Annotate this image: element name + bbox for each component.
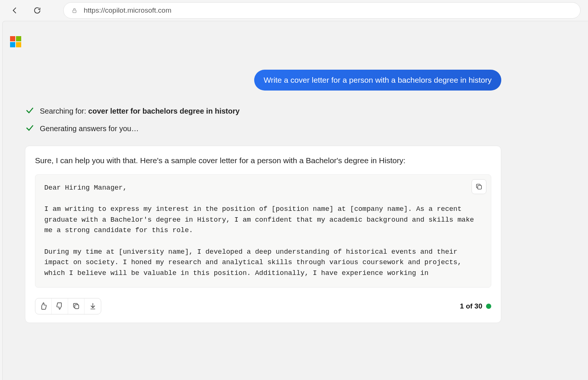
status-dot-icon bbox=[486, 304, 491, 309]
thumbs-down-button[interactable] bbox=[52, 298, 68, 314]
address-bar[interactable]: https://copilot.microsoft.com bbox=[63, 2, 581, 19]
assistant-response-card: Sure, I can help you with that. Here's a… bbox=[25, 146, 501, 323]
searching-query: cover letter for bachelors degree in his… bbox=[88, 107, 240, 115]
copy-response-button[interactable] bbox=[68, 298, 84, 314]
svg-rect-0 bbox=[73, 10, 76, 13]
copy-code-button[interactable] bbox=[472, 179, 486, 194]
generating-text: Generating answers for you… bbox=[40, 124, 139, 133]
lock-icon bbox=[71, 7, 78, 14]
chat-area: Write a cover letter for a person with a… bbox=[3, 21, 524, 323]
searching-prefix: Searching for: bbox=[40, 107, 88, 115]
response-intro: Sure, I can help you with that. Here's a… bbox=[35, 154, 491, 167]
card-footer: 1 of 30 bbox=[35, 298, 491, 314]
status-generating: Generating answers for you… bbox=[25, 123, 501, 134]
cover-letter-text: Dear Hiring Manager, I am writing to exp… bbox=[44, 184, 478, 277]
svg-rect-1 bbox=[478, 185, 482, 189]
user-message-bubble: Write a cover letter for a person with a… bbox=[254, 70, 501, 91]
pager-text: 1 of 30 bbox=[460, 302, 482, 310]
page-content: Write a cover letter for a person with a… bbox=[2, 21, 588, 380]
feedback-actions bbox=[35, 298, 101, 314]
status-searching: Searching for: cover letter for bachelor… bbox=[25, 105, 501, 117]
svg-rect-2 bbox=[75, 305, 79, 309]
check-icon bbox=[25, 105, 35, 117]
thumbs-up-button[interactable] bbox=[35, 298, 52, 314]
url-text: https://copilot.microsoft.com bbox=[84, 6, 171, 15]
microsoft-logo[interactable] bbox=[10, 36, 21, 47]
browser-toolbar: https://copilot.microsoft.com bbox=[0, 0, 588, 21]
download-button[interactable] bbox=[84, 298, 101, 314]
cover-letter-block: Dear Hiring Manager, I am writing to exp… bbox=[35, 174, 491, 288]
user-message-row: Write a cover letter for a person with a… bbox=[25, 70, 501, 91]
response-pager: 1 of 30 bbox=[460, 302, 491, 310]
back-button[interactable] bbox=[7, 3, 22, 18]
check-icon bbox=[25, 123, 35, 134]
refresh-button[interactable] bbox=[30, 3, 45, 18]
